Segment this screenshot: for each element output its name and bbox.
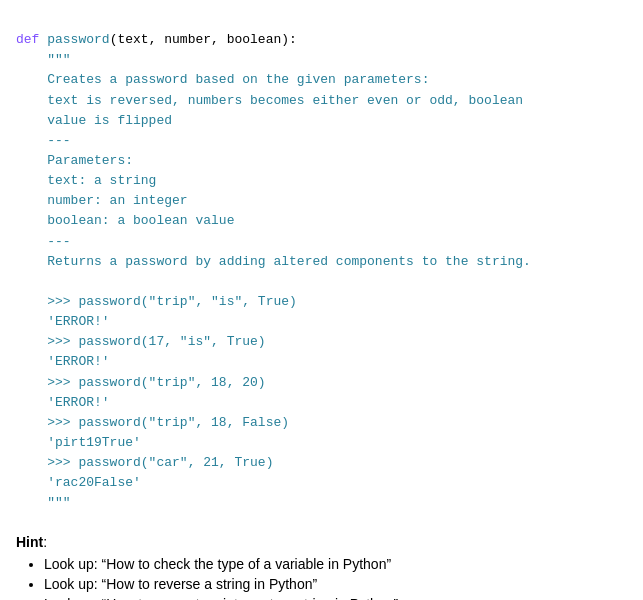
- hint-bold-label: Hint: [16, 534, 43, 550]
- function-name: password: [47, 32, 109, 47]
- docstring-open: """ Creates a password based on the give…: [16, 52, 531, 510]
- hint-section: Hint: Look up: “How to check the type of…: [16, 534, 627, 600]
- code-block: def password(text, number, boolean): """…: [16, 10, 627, 514]
- hint-item-2: Look up: “How to reverse a string in Pyt…: [44, 576, 627, 592]
- hint-colon: :: [43, 534, 47, 550]
- def-keyword: def: [16, 32, 39, 47]
- hint-list: Look up: “How to check the type of a var…: [16, 556, 627, 600]
- params: (text, number, boolean):: [110, 32, 297, 47]
- hint-label: Hint:: [16, 534, 627, 550]
- hint-item-3: Look up: “How to convert an integer to a…: [44, 596, 627, 600]
- hint-item-1: Look up: “How to check the type of a var…: [44, 556, 627, 572]
